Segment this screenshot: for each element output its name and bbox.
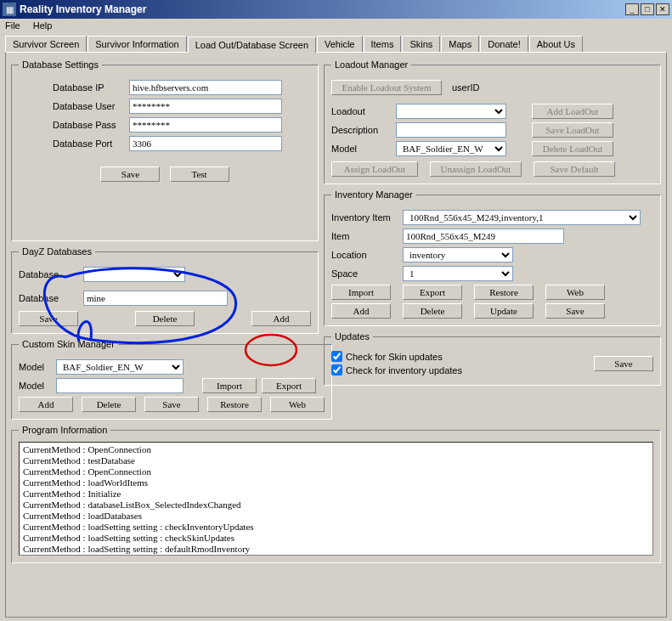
button-skin-restore[interactable]: Restore xyxy=(207,397,262,412)
tab-loadout-db[interactable]: Load Out/Database Screen xyxy=(188,37,316,53)
select-dayz-db[interactable] xyxy=(83,267,185,282)
legend-dayz: DayZ Databases xyxy=(19,246,95,257)
label-skin-model-txt: Model xyxy=(19,381,56,391)
group-program-info: Program Information CurrentMethod : Open… xyxy=(11,425,661,563)
input-db-ip[interactable] xyxy=(129,80,282,95)
label-loadout-model: Model xyxy=(331,144,396,154)
input-skin-model[interactable] xyxy=(56,378,184,393)
button-skin-delete[interactable]: Delete xyxy=(82,397,136,412)
menu-file[interactable]: File xyxy=(5,20,20,31)
tab-survivor-screen[interactable]: Survivor Screen xyxy=(5,36,87,52)
button-inv-update[interactable]: Update xyxy=(474,303,534,319)
label-userid: userID xyxy=(452,82,479,93)
input-loadout-desc[interactable] xyxy=(396,122,506,138)
label-db-pass: Database Pass xyxy=(53,120,129,130)
window-title: Reality Inventory Manager xyxy=(20,3,624,15)
group-updates: Updates Check for Skin updates Check for… xyxy=(324,331,661,386)
select-inv-item[interactable]: 100Rnd_556x45_M249,inventory,1 xyxy=(403,210,641,225)
title-bar: ▦ Reality Inventory Manager _ □ ✕ xyxy=(0,0,672,19)
maximize-button[interactable]: □ xyxy=(641,3,654,15)
tab-about[interactable]: About Us xyxy=(529,36,583,52)
tab-content: Database Settings Database IP Database U… xyxy=(5,52,667,618)
input-dayz-db[interactable] xyxy=(83,291,228,306)
label-db-ip: Database IP xyxy=(53,82,129,93)
group-inventory-manager: Inventory Manager Inventory Item 100Rnd_… xyxy=(324,189,661,326)
button-assign-loadout[interactable]: Assign LoadOut xyxy=(331,161,418,177)
input-inv-item[interactable] xyxy=(403,229,564,244)
legend-loadout: Loadout Manager xyxy=(331,59,411,70)
checkbox-skin-updates[interactable] xyxy=(331,351,342,362)
tab-vehicle[interactable]: Vehicle xyxy=(317,36,362,52)
legend-log: Program Information xyxy=(19,425,110,435)
menu-bar: File Help xyxy=(0,19,672,32)
legend-updates: Updates xyxy=(331,331,373,342)
input-db-pass[interactable] xyxy=(129,117,282,133)
label-skin-updates: Check for Skin updates xyxy=(346,352,443,362)
menu-help[interactable]: Help xyxy=(33,20,53,31)
label-db-user: Database User xyxy=(53,101,129,111)
legend-db: Database Settings xyxy=(19,59,102,70)
button-unassign-loadout[interactable]: Unassign LoadOut xyxy=(430,161,522,177)
legend-inv: Inventory Manager xyxy=(331,189,416,200)
input-db-port[interactable] xyxy=(129,136,282,151)
group-dayz-databases: DayZ Databases Database Database Save De… xyxy=(11,246,319,334)
app-icon: ▦ xyxy=(3,3,16,16)
button-skin-web[interactable]: Web xyxy=(270,397,325,412)
group-skin-manager: Custom Skin Manager Model BAF_Soldier_EN… xyxy=(11,339,332,420)
button-updates-save[interactable]: Save xyxy=(594,356,653,371)
button-skin-add[interactable]: Add xyxy=(19,397,73,412)
label-dayz-db-sel: Database xyxy=(19,269,83,279)
select-inv-space[interactable]: 1 xyxy=(403,266,513,281)
select-loadout[interactable] xyxy=(396,104,506,119)
input-db-user[interactable] xyxy=(129,99,282,114)
button-add-loadout[interactable]: Add LoadOut xyxy=(532,104,613,119)
button-inv-add[interactable]: Add xyxy=(331,303,391,319)
button-dayz-delete[interactable]: Delete xyxy=(135,311,195,326)
label-inv-updates: Check for inventory updates xyxy=(346,365,462,375)
close-button[interactable]: ✕ xyxy=(656,3,669,15)
button-skin-save[interactable]: Save xyxy=(144,397,199,412)
select-skin-model[interactable]: BAF_Soldier_EN_W xyxy=(56,359,184,375)
group-loadout-manager: Loadout Manager Enable Loadout System us… xyxy=(324,59,661,184)
button-skin-import[interactable]: Import xyxy=(202,378,257,393)
button-inv-web[interactable]: Web xyxy=(545,285,605,300)
button-save-loadout[interactable]: Save LoadOut xyxy=(532,122,613,138)
button-inv-restore[interactable]: Restore xyxy=(474,285,534,300)
label-db-port: Database Port xyxy=(53,138,129,149)
minimize-button[interactable]: _ xyxy=(625,3,639,15)
button-inv-export[interactable]: Export xyxy=(403,285,462,300)
button-dayz-add[interactable]: Add xyxy=(251,311,311,326)
tab-items[interactable]: Items xyxy=(364,36,402,52)
tab-survivor-info[interactable]: Survivor Information xyxy=(88,36,186,52)
group-database-settings: Database Settings Database IP Database U… xyxy=(11,59,319,241)
label-skin-model-sel: Model xyxy=(19,362,56,372)
button-db-test[interactable]: Test xyxy=(170,167,229,182)
button-delete-loadout[interactable]: Delete LoadOut xyxy=(532,141,613,156)
button-inv-save[interactable]: Save xyxy=(545,303,605,319)
select-loadout-model[interactable]: BAF_Soldier_EN_W xyxy=(396,141,506,156)
button-save-default[interactable]: Save Default xyxy=(534,161,615,177)
select-inv-loc[interactable]: inventory xyxy=(403,247,513,263)
tab-donate[interactable]: Donate! xyxy=(480,36,528,52)
label-inv-space: Space xyxy=(331,268,403,279)
button-inv-delete[interactable]: Delete xyxy=(403,303,462,319)
button-inv-import[interactable]: Import xyxy=(331,285,391,300)
button-skin-export[interactable]: Export xyxy=(262,378,316,393)
label-loadout-desc: Description xyxy=(331,125,396,135)
button-db-save[interactable]: Save xyxy=(100,167,160,182)
button-enable-loadout[interactable]: Enable Loadout System xyxy=(331,80,442,95)
button-dayz-save[interactable]: Save xyxy=(19,311,78,326)
label-inv-loc: Location xyxy=(331,250,403,260)
checkbox-inv-updates[interactable] xyxy=(331,364,342,375)
label-inv-item: Inventory Item xyxy=(331,212,403,223)
tab-strip: Survivor Screen Survivor Information Loa… xyxy=(0,32,672,52)
legend-skin: Custom Skin Manager xyxy=(19,339,118,349)
label-loadout: Loadout xyxy=(331,106,396,116)
tab-skins[interactable]: Skins xyxy=(402,36,440,52)
label-inv-item2: Item xyxy=(331,231,403,241)
log-output[interactable]: CurrentMethod : OpenConnection CurrentMe… xyxy=(19,442,653,556)
tab-maps[interactable]: Maps xyxy=(441,36,479,52)
label-dayz-db-txt: Database xyxy=(19,293,83,303)
